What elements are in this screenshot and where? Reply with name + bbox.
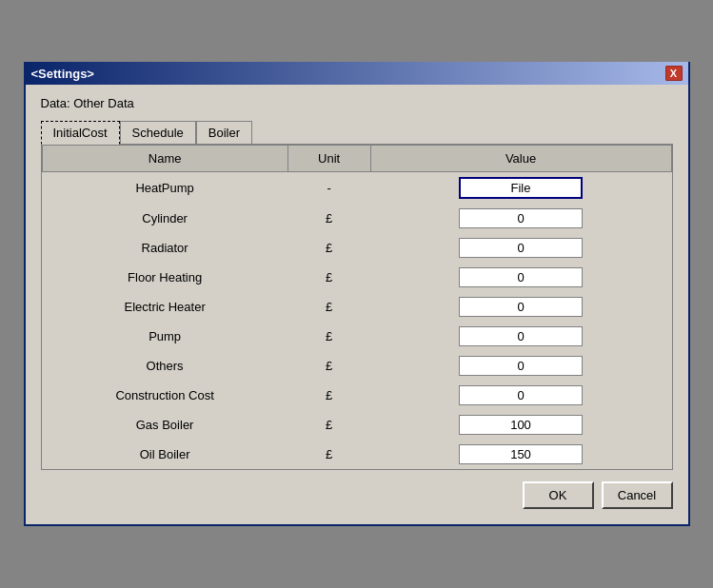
cell-name: Construction Cost [42, 381, 287, 410]
value-input[interactable] [459, 444, 583, 464]
cell-value[interactable] [370, 233, 671, 263]
table-row: Gas Boiler£ [42, 410, 671, 440]
table-row: HeatPump-File [42, 172, 671, 205]
cell-unit: £ [287, 204, 370, 233]
cell-name: Floor Heating [42, 263, 287, 292]
cell-value[interactable] [370, 263, 671, 292]
title-bar: <Settings> X [26, 62, 688, 85]
table-row: Cylinder£ [42, 204, 671, 233]
col-header-unit: Unit [287, 146, 370, 172]
table-row: Floor Heating£ [42, 263, 671, 292]
value-input[interactable] [459, 415, 583, 435]
cell-value[interactable] [370, 410, 671, 440]
value-input[interactable] [459, 267, 583, 287]
cell-name: Gas Boiler [42, 410, 287, 440]
cell-value[interactable]: File [370, 172, 671, 205]
close-button[interactable]: X [665, 66, 683, 81]
col-header-value: Value [370, 146, 671, 172]
data-label: Data: Other Data [41, 96, 673, 110]
value-input[interactable] [459, 297, 583, 317]
cell-name: Oil Boiler [42, 440, 287, 469]
cell-unit: £ [287, 263, 370, 292]
table-row: Construction Cost£ [42, 381, 671, 410]
data-table: Name Unit Value HeatPump-FileCylinder£Ra… [42, 145, 672, 469]
cell-unit: £ [287, 233, 370, 263]
value-input[interactable] [459, 238, 583, 258]
cell-unit: £ [287, 292, 370, 322]
table-row: Pump£ [42, 322, 671, 351]
cell-value[interactable] [370, 440, 671, 469]
window-content: Data: Other Data InitialCost Schedule Bo… [26, 85, 688, 524]
col-header-name: Name [42, 146, 287, 172]
cell-name: Others [42, 351, 287, 381]
cell-name: HeatPump [42, 172, 287, 205]
cell-unit: - [287, 172, 370, 205]
cancel-button[interactable]: Cancel [602, 481, 673, 509]
cell-name: Radiator [42, 233, 287, 263]
cell-unit: £ [287, 381, 370, 410]
data-table-container: Name Unit Value HeatPump-FileCylinder£Ra… [41, 144, 673, 470]
table-row: Oil Boiler£ [42, 440, 671, 469]
table-row: Electric Heater£ [42, 292, 671, 322]
cell-name: Electric Heater [42, 292, 287, 322]
table-row: Others£ [42, 351, 671, 381]
cell-value[interactable] [370, 204, 671, 233]
value-input[interactable] [459, 208, 583, 228]
cell-value[interactable] [370, 351, 671, 381]
cell-name: Pump [42, 322, 287, 351]
value-input[interactable] [459, 356, 583, 376]
cell-value[interactable] [370, 292, 671, 322]
value-input[interactable] [459, 326, 583, 346]
cell-name: Cylinder [42, 204, 287, 233]
tab-initialcost[interactable]: InitialCost [41, 121, 120, 145]
tab-boiler[interactable]: Boiler [196, 121, 252, 145]
cell-unit: £ [287, 351, 370, 381]
bottom-buttons: OK Cancel [41, 481, 673, 509]
settings-window: <Settings> X Data: Other Data InitialCos… [24, 62, 690, 526]
ok-button[interactable]: OK [523, 481, 594, 509]
cell-unit: £ [287, 410, 370, 440]
tab-schedule[interactable]: Schedule [120, 121, 196, 145]
window-title: <Settings> [31, 67, 94, 81]
table-row: Radiator£ [42, 233, 671, 263]
cell-unit: £ [287, 440, 370, 469]
value-input[interactable] [459, 385, 583, 405]
cell-value[interactable] [370, 381, 671, 410]
file-button[interactable]: File [459, 177, 583, 199]
cell-value[interactable] [370, 322, 671, 351]
cell-unit: £ [287, 322, 370, 351]
tab-bar: InitialCost Schedule Boiler [41, 120, 673, 144]
